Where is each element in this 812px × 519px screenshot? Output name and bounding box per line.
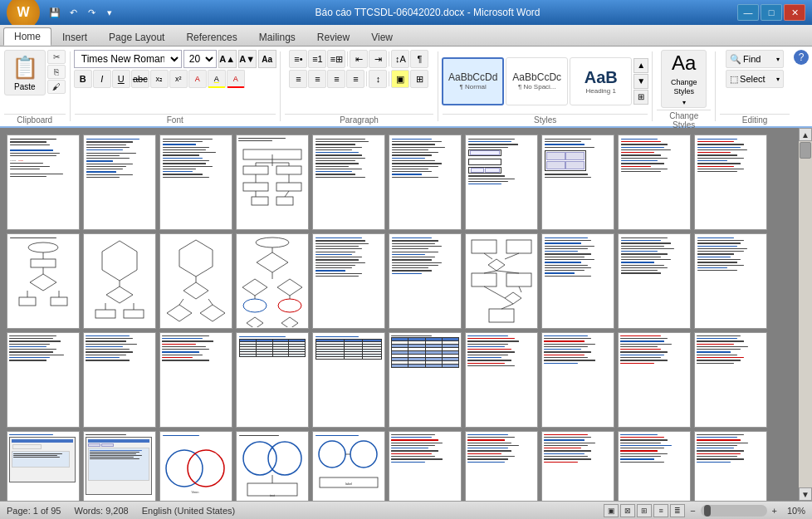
vertical-scrollbar[interactable]: ▲ ▼ [799,128,812,501]
page-thumb-34[interactable]: text [236,431,309,501]
page-thumb-3[interactable] [159,135,232,230]
change-styles-button[interactable]: Aa Change Styles ▾ [661,50,707,108]
multilevel-list-button[interactable]: ≡⊞ [327,50,345,68]
page-thumb-29[interactable] [618,332,691,428]
styles-scroll-up[interactable]: ▲ [633,58,648,73]
format-painter-button[interactable]: 🖌 [47,80,66,94]
find-button[interactable]: 🔍 Find ▾ [726,50,784,68]
page-thumb-12[interactable] [83,233,156,329]
page-thumb-18[interactable] [541,233,614,329]
increase-indent-button[interactable]: ⇥ [369,50,387,68]
page-thumb-20[interactable] [694,233,767,329]
scroll-track[interactable] [799,141,812,487]
page-thumb-26[interactable] [389,332,462,428]
page-thumb-25[interactable] [312,332,385,428]
page-thumb-9[interactable] [618,135,691,230]
text-effects-button[interactable]: A [188,70,207,88]
numbering-button[interactable]: ≡1 [308,50,326,68]
bold-button[interactable]: B [74,70,92,88]
page-thumb-11[interactable] [7,233,80,329]
page-thumb-23[interactable] [159,332,232,428]
bullets-button[interactable]: ≡• [289,50,307,68]
font-size-decrease[interactable]: A▼ [238,50,257,68]
page-thumb-1[interactable]: Lorem:Value [7,135,80,230]
page-thumb-10[interactable] [694,135,767,230]
clear-formatting-button[interactable]: Aa [258,50,276,68]
tab-references[interactable]: References [175,27,247,46]
page-thumb-13[interactable] [159,233,232,329]
page-thumb-6[interactable] [389,135,462,230]
scroll-down-button[interactable]: ▼ [799,487,812,501]
text-highlight-button[interactable]: A [208,70,226,88]
font-size-select[interactable]: 20 [183,50,217,68]
strikethrough-button[interactable]: abc [131,70,149,88]
subscript-button[interactable]: x₂ [150,70,169,88]
quick-access-dropdown[interactable]: ▾ [101,4,118,21]
tab-review[interactable]: Review [306,27,360,46]
shading-button[interactable]: ▣ [391,70,409,88]
page-thumb-7[interactable] [465,135,538,230]
close-button[interactable]: ✕ [784,4,805,21]
scroll-up-button[interactable]: ▲ [799,128,812,141]
page-thumb-2[interactable] [83,135,156,230]
page-thumb-30[interactable] [694,332,767,428]
superscript-button[interactable]: x² [169,70,188,88]
page-thumb-36[interactable] [389,431,462,501]
document-area[interactable]: Lorem:Value [0,128,812,501]
print-layout-view[interactable]: ▣ [604,504,619,517]
tab-page-layout[interactable]: Page Layout [98,27,175,46]
page-thumb-16[interactable] [389,233,462,329]
justify-button[interactable]: ≡ [346,70,364,88]
web-layout-view[interactable]: ⊞ [637,504,652,517]
page-thumb-33[interactable]: Venn [159,431,232,501]
page-thumb-38[interactable] [541,431,614,501]
page-thumb-15[interactable] [312,233,385,329]
page-thumb-14[interactable] [236,233,309,329]
page-thumb-39[interactable] [618,431,691,501]
align-right-button[interactable]: ≡ [327,70,345,88]
style-no-spacing-button[interactable]: AaBbCcDc ¶ No Spaci... [506,57,568,105]
page-thumb-22[interactable] [83,332,156,428]
scroll-thumb[interactable] [800,142,811,159]
style-heading1-button[interactable]: AaB Heading 1 [570,57,632,105]
pages-scroll-area[interactable]: Lorem:Value [0,128,799,501]
page-thumb-17[interactable] [465,233,538,329]
sort-button[interactable]: ↕A [391,50,409,68]
font-color-button[interactable]: A [227,70,245,88]
outline-view[interactable]: ≡ [653,504,668,517]
page-thumb-21[interactable] [7,332,80,428]
page-thumb-31[interactable] [7,431,80,501]
styles-scroll-down[interactable]: ▼ [633,74,648,89]
align-center-button[interactable]: ≡ [308,70,326,88]
page-thumb-24[interactable] [236,332,309,428]
page-thumb-28[interactable] [541,332,614,428]
line-spacing-button[interactable]: ↕ [369,70,387,88]
undo-button[interactable]: ↶ [65,4,81,21]
style-normal-button[interactable]: AaBbCcDd ¶ Normal [442,57,504,105]
copy-button[interactable]: ⎘ [47,65,66,79]
page-thumb-32[interactable] [83,431,156,501]
underline-button[interactable]: U [112,70,130,88]
paste-button[interactable]: 📋 Paste [4,50,46,95]
redo-button[interactable]: ↷ [83,4,100,21]
page-thumb-8[interactable] [541,135,614,230]
border-button[interactable]: ⊞ [410,70,428,88]
page-thumb-35[interactable]: label [312,431,385,501]
decrease-indent-button[interactable]: ⇤ [350,50,368,68]
font-name-select[interactable]: Times New Roman [74,50,182,68]
maximize-button[interactable]: □ [761,4,782,21]
page-thumb-27[interactable] [465,332,538,428]
minimize-button[interactable]: — [737,4,759,21]
align-left-button[interactable]: ≡ [289,70,307,88]
page-thumb-37[interactable] [465,431,538,501]
tab-home[interactable]: Home [3,27,51,46]
page-thumb-19[interactable] [618,233,691,329]
cut-button[interactable]: ✂ [47,50,66,64]
italic-button[interactable]: I [93,70,111,88]
page-thumb-40[interactable] [694,431,767,501]
save-button[interactable]: 💾 [46,4,63,21]
help-button[interactable]: ? [794,50,809,65]
page-thumb-5[interactable] [312,135,385,230]
styles-more[interactable]: ⊞ [633,90,648,105]
font-size-increase[interactable]: A▲ [218,50,237,68]
